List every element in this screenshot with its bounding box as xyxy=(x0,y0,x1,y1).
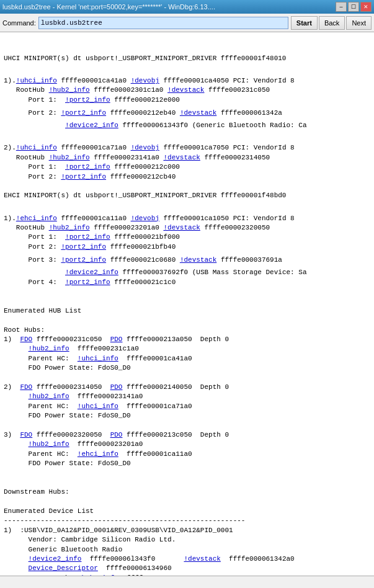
title-bar-buttons: – ☐ ✕ xyxy=(336,2,372,12)
line-port4-ehci: Port 4: !port2_info ffffe000021c1c0 xyxy=(4,278,176,286)
line-hub3-info: !hub2_info ffffe000023201a0 xyxy=(4,440,143,448)
next-button[interactable]: Next xyxy=(346,16,372,30)
link-port2-info-ehci-1[interactable]: !port2_info xyxy=(65,233,110,241)
link-pdo-3[interactable]: PDO xyxy=(110,431,123,439)
link-port2-info-ehci-3[interactable]: !port2_info xyxy=(61,256,106,264)
command-label: Command: xyxy=(2,19,36,27)
link-devstack-dev1[interactable]: !devstack xyxy=(184,555,220,563)
link-devstack-ehci-1[interactable]: !devstack xyxy=(163,224,200,231)
link-port2-info-ehci-2[interactable]: !port2_info xyxy=(61,243,106,251)
line-dev-1: 1) :USB\VID_0A12&PID_0001&REV_0309USB\VI… xyxy=(4,527,233,534)
link-devstack-ehci-3[interactable]: !devstack xyxy=(180,256,216,264)
line-device2-1: !device2_info ffffe000061343f0 (Generic … xyxy=(4,122,307,129)
link-fdo-3[interactable]: FDO xyxy=(20,431,32,439)
link-ehci-info-hub3[interactable]: !ehci_info xyxy=(78,450,118,458)
line-roothub-2: RootHub !hub2_info ffffe000023141a0 !dev… xyxy=(4,154,270,161)
line-hub1-parent: Parent HC: !uhci_info ffffe00001ca41a0 xyxy=(4,355,192,362)
title-bar-text: lusbkd.usb2tree - Kernel 'net:port=50002… xyxy=(2,3,336,11)
content-area: UHCI MINIPORT(s) dt usbport!_USBPORT_MIN… xyxy=(0,32,374,576)
title-bar: lusbkd.usb2tree - Kernel 'net:port=50002… xyxy=(0,0,374,14)
line-port1-2: Port 1: !port2_info ffffe0000212c000 xyxy=(4,163,180,171)
link-devstack-2[interactable]: !devstack xyxy=(163,154,200,161)
line-enum-hub: Enumerated HUB List xyxy=(4,307,81,314)
line-dev1-parent: Parent Hub: !hub2_info ffffe0000231c1a0 xyxy=(4,574,192,576)
link-port2-info-2-2[interactable]: !port2_info xyxy=(61,173,106,180)
link-uhci-info-2[interactable]: !uhci_info xyxy=(16,144,57,151)
link-uhci-info-hub2[interactable]: !uhci_info xyxy=(78,403,118,410)
line-hub3-power: FDO Power State: FdoS0_D0 xyxy=(4,460,131,467)
line-hub2-info2: !hub2_info ffffe000023141a0 xyxy=(4,393,143,400)
line-blank1 xyxy=(4,298,8,305)
line-roothub-1: RootHub !hub2_info ffffe00002301c1a0 !de… xyxy=(4,86,270,94)
link-port2-info-1-2[interactable]: !port2_info xyxy=(61,109,106,117)
line-dev1-desc: Generic Bluetooth Radio xyxy=(4,546,122,553)
link-devobj-1[interactable]: !devobj xyxy=(131,77,159,84)
line-port1-ehci: Port 1: !port2_info ffffe000021bf000 xyxy=(4,233,180,241)
line-device2-ehci: !device2_info ffffe000037692f0 (USB Mass… xyxy=(4,269,307,276)
line-port2-ehci: Port 2: !port2_info ffffe000021bfb40 xyxy=(4,243,176,251)
link-pdo-2[interactable]: PDO xyxy=(110,383,123,391)
line-hub1-info: !hub2_info ffffe000231c1a0 xyxy=(4,345,139,352)
maximize-button[interactable]: ☐ xyxy=(348,2,359,12)
link-devstack-1[interactable]: !devstack xyxy=(167,86,204,94)
link-fdo-1[interactable]: FDO xyxy=(20,336,32,343)
line-port3-ehci: Port 3: !port2_info ffffe000021c0680 !de… xyxy=(4,256,282,264)
link-uhci-info-1[interactable]: !uhci_info xyxy=(16,77,57,84)
link-hub2-info-2[interactable]: !hub2_info xyxy=(49,154,90,161)
line-port2-2: Port 2: !port2_info ffffe0000212cb40 xyxy=(4,173,176,180)
link-device2-info-ehci[interactable]: !device2_info xyxy=(65,269,118,276)
link-device2-info-1[interactable]: !device2_info xyxy=(65,122,118,129)
line-dev1-device2: !device2_info ffffe00006l343f0 !devstack… xyxy=(4,555,295,563)
line-roothub-ehci-1: RootHub !hub2_info ffffe000023201a0 !dev… xyxy=(4,224,270,231)
line-ehci-header: EHCI MINIPORT(s) dt usbport!_USBPORT_MIN… xyxy=(4,192,286,199)
line-hub1-power: FDO Power State: FdoS0_D0 xyxy=(4,364,131,372)
line-1-ehci: 1).!ehci_info ffffe00001ca11a0 !devobj f… xyxy=(4,215,295,222)
link-devobj-ehci-1[interactable]: !devobj xyxy=(131,215,159,222)
line-dev1-vendor: Vendor: Cambridge Silicon Radio Ltd. xyxy=(4,536,176,543)
line-downstream-hubs: Downstream Hubs: xyxy=(4,488,69,496)
link-port2-info-1-1[interactable]: !port2_info xyxy=(65,96,110,104)
command-bar: Command: Start Back Next xyxy=(0,14,374,32)
content-inner: UHCI MINIPORT(s) dt usbport!_USBPORT_MIN… xyxy=(4,54,370,576)
command-input[interactable] xyxy=(38,17,288,29)
link-hub2-3[interactable]: !hub2_info xyxy=(29,440,69,448)
line-hub2-parent: Parent HC: !uhci_info ffffe00001ca71a0 xyxy=(4,403,192,410)
link-hub2-info-ehci-1[interactable]: !hub2_info xyxy=(49,224,90,231)
line-hub3-parent: Parent HC: !ehci_info ffffe00001ca11a0 xyxy=(4,450,192,458)
line-uhci-header: UHCI MINIPORT(s) dt usbport!_USBPORT_MIN… xyxy=(4,55,286,62)
status-bar xyxy=(0,576,374,588)
link-fdo-2[interactable]: FDO xyxy=(20,383,32,391)
line-hub-1: 1) FDO ffffe0000231c050 PDO ffffe0000213… xyxy=(4,336,229,343)
link-pdo-1[interactable]: PDO xyxy=(110,336,123,343)
line-root-hubs-header: Root Hubs: xyxy=(4,326,45,334)
link-device2-info-dev1[interactable]: !device2_info xyxy=(29,555,82,563)
link-ehci-info-1[interactable]: !ehci_info xyxy=(16,215,57,222)
start-button[interactable]: Start xyxy=(291,16,318,30)
line-separator: ----------------------------------------… xyxy=(4,517,245,524)
back-button[interactable]: Back xyxy=(319,16,345,30)
line-hub2-power: FDO Power State: FdoS0_D0 xyxy=(4,412,131,419)
close-button[interactable]: ✕ xyxy=(360,2,372,12)
line-enum-dev: Enumerated Device List xyxy=(4,507,94,515)
line-hub-2: 2) FDO ffffe00002314050 PDO ffffe0000214… xyxy=(4,383,229,391)
line-2-uhci: 2).!uhci_info ffffe00001ca71a0 !devobj f… xyxy=(4,144,295,151)
link-device-descriptor-dev1[interactable]: Device_Descriptor xyxy=(29,564,98,572)
line-dev1-descriptor: Device_Descriptor ffffe00006134960 xyxy=(4,564,172,572)
link-hub2-2[interactable]: !hub2_info xyxy=(29,393,69,400)
minimize-button[interactable]: – xyxy=(336,2,347,12)
line-port2-1: Port 2: !port2_info ffffe0000212eb40 !de… xyxy=(4,109,282,117)
link-hub2-1[interactable]: !hub2_info xyxy=(29,345,69,352)
line-1-uhci: 1).!uhci_info ffffe00001ca41a0 !devobj f… xyxy=(4,77,295,84)
link-hub2-info-1[interactable]: !hub2_info xyxy=(49,86,90,94)
link-devstack-1-2[interactable]: !devstack xyxy=(180,109,216,117)
line-port1-1: Port 1: !port2_info ffffe0000212e000 xyxy=(4,96,180,104)
link-hub2-dev1[interactable]: !hub2_info xyxy=(78,574,118,576)
cmd-buttons: Start Back Next xyxy=(291,16,372,30)
link-port2-info-2-1[interactable]: !port2_info xyxy=(65,163,110,171)
link-uhci-info-hub1[interactable]: !uhci_info xyxy=(78,355,118,362)
link-port2-info-ehci-4[interactable]: !port2_info xyxy=(65,278,110,286)
line-hub-3: 3) FDO ffffe00002320050 PDO ffffe0000213… xyxy=(4,431,229,439)
line-blank2 xyxy=(4,479,8,486)
link-devobj-2[interactable]: !devobj xyxy=(131,144,159,151)
